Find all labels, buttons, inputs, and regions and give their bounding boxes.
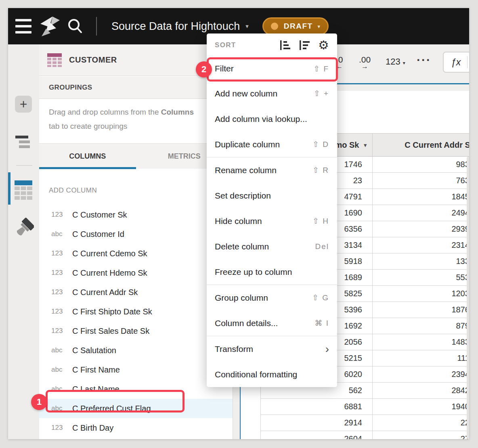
text-type-icon: abc bbox=[51, 346, 67, 354]
draft-label: DRAFT bbox=[284, 22, 313, 31]
menu-item-filter[interactable]: Filter⇧ F bbox=[207, 57, 337, 80]
more-options-icon[interactable]: ··· bbox=[417, 53, 431, 67]
table-element-icon[interactable] bbox=[15, 180, 32, 202]
number-type-icon: 123 bbox=[51, 211, 67, 219]
left-icon-rail: + bbox=[8, 44, 40, 439]
column-context-menu: SORT ⚙ Filter⇧ F Add new column⇧ + Add c… bbox=[207, 33, 337, 387]
formula-bar-divider bbox=[467, 56, 468, 68]
column-header-addr-sk[interactable]: C Current Addr Sk bbox=[372, 134, 469, 156]
formula-bar[interactable]: ƒx [ bbox=[443, 52, 469, 73]
table-row[interactable]: 2914223 bbox=[241, 415, 469, 431]
increase-decimal-button[interactable]: .00→ bbox=[359, 56, 371, 69]
document-title-caret-icon[interactable]: ▾ bbox=[245, 23, 249, 30]
column-list-item[interactable]: 123C Birth Day bbox=[39, 418, 233, 438]
source-title: CUSTOMER bbox=[69, 55, 117, 65]
number-type-icon: 123 bbox=[51, 249, 67, 257]
text-type-icon: abc bbox=[51, 366, 67, 374]
fx-icon: ƒx bbox=[451, 57, 461, 68]
sigma-logo-icon[interactable] bbox=[38, 15, 61, 38]
column-list-item[interactable]: 123C Current Hdemo Sk bbox=[39, 263, 233, 283]
sort-ascending-icon[interactable] bbox=[279, 40, 291, 50]
menu-item-add-column-via-lookup[interactable]: Add column via lookup... bbox=[207, 106, 337, 132]
hamburger-menu-icon[interactable] bbox=[15, 19, 31, 33]
menu-item-set-description[interactable]: Set description bbox=[207, 183, 337, 208]
column-list-item[interactable]: 123C First Sales Date Sk bbox=[39, 321, 233, 341]
column-list-item[interactable]: 123C Current Cdemo Sk bbox=[39, 244, 233, 263]
active-tab-underline bbox=[39, 167, 136, 169]
element-panel: CUSTOMER GROUPINGS Drag and drop columns… bbox=[39, 44, 233, 439]
column-list-item[interactable]: abcC Salutation bbox=[39, 341, 233, 360]
submenu-chevron-icon: › bbox=[325, 345, 329, 353]
column-list-item[interactable]: 123C Current Addr Sk bbox=[39, 283, 233, 302]
page-outline-icon[interactable] bbox=[15, 136, 31, 149]
number-type-icon: 123 bbox=[51, 308, 67, 316]
screenshot-canvas: Source Data for Hightouch ▾ DRAFT ▾ + bbox=[0, 0, 478, 448]
annotation-step2-badge: 2 bbox=[196, 61, 212, 77]
column-list-item[interactable]: abcC Last Name bbox=[39, 379, 233, 399]
column-list: 123C Customer Sk abcC Customer Id 123C C… bbox=[39, 205, 233, 439]
rail-selection-indicator bbox=[8, 172, 10, 205]
menu-item-freeze-up-to-column[interactable]: Freeze up to column bbox=[207, 259, 337, 285]
number-type-icon: 123 bbox=[51, 424, 67, 432]
app-window: Source Data for Hightouch ▾ DRAFT ▾ + bbox=[8, 8, 469, 439]
menu-item-transform[interactable]: Transform› bbox=[207, 336, 337, 362]
sort-label: SORT bbox=[215, 41, 236, 49]
table-row[interactable]: 2604274 bbox=[241, 431, 469, 439]
sort-descending-icon[interactable] bbox=[299, 40, 310, 50]
draft-status-badge[interactable]: DRAFT ▾ bbox=[262, 17, 329, 35]
rail-divider bbox=[16, 165, 32, 166]
annotation-step1-badge: 1 bbox=[31, 394, 47, 410]
menu-item-group-column[interactable]: Group column⇧ G bbox=[207, 285, 337, 310]
table-row[interactable]: 688119400 bbox=[241, 399, 469, 415]
draft-dot-icon bbox=[271, 23, 278, 30]
menu-item-rename-column[interactable]: Rename column⇧ R bbox=[207, 157, 337, 183]
sort-settings-gear-icon[interactable]: ⚙ bbox=[318, 40, 329, 51]
text-type-icon: abc bbox=[51, 385, 67, 393]
column-list-item[interactable]: 123C Customer Sk bbox=[39, 205, 233, 224]
format-paintbrush-icon[interactable] bbox=[14, 216, 34, 242]
draft-caret-icon: ▾ bbox=[318, 23, 321, 29]
groupings-section-header: GROUPINGS bbox=[39, 76, 233, 99]
document-title[interactable]: Source Data for Hightouch bbox=[111, 20, 240, 33]
add-column-label[interactable]: ADD COLUMN bbox=[49, 186, 97, 195]
number-type-icon: 123 bbox=[51, 288, 67, 296]
menu-item-conditional-formatting[interactable]: Conditional formatting bbox=[207, 362, 337, 387]
menu-item-delete-column[interactable]: Delete columnDel bbox=[207, 234, 337, 259]
text-type-icon: abc bbox=[51, 230, 67, 238]
menu-item-hide-column[interactable]: Hide column⇧ H bbox=[207, 208, 337, 234]
text-type-icon: abc bbox=[51, 404, 67, 412]
groupings-label: GROUPINGS bbox=[49, 84, 92, 92]
add-element-button[interactable]: + bbox=[15, 96, 32, 113]
column-list-item-selected[interactable]: abcC Preferred Cust Flag bbox=[39, 399, 233, 418]
sort-row: SORT ⚙ bbox=[207, 33, 337, 57]
panel-tabs: COLUMNS METRICS bbox=[39, 143, 233, 169]
groupings-drag-hint: Drag and drop columns from the Columns t… bbox=[49, 105, 226, 133]
column-list-item[interactable]: abcC Customer Id bbox=[39, 224, 233, 244]
column-list-item[interactable]: abcC First Name bbox=[39, 360, 233, 379]
format-caret-icon: ▾ bbox=[403, 60, 405, 66]
tab-columns[interactable]: COLUMNS bbox=[39, 144, 136, 169]
number-type-icon: 123 bbox=[51, 269, 67, 277]
number-type-icon: 123 bbox=[51, 327, 67, 335]
column-menu-caret-icon[interactable]: ▾ bbox=[364, 142, 367, 148]
menu-item-add-new-column[interactable]: Add new column⇧ + bbox=[207, 81, 337, 106]
source-table-icon bbox=[47, 53, 62, 67]
column-list-item[interactable]: 123C Birth Month bbox=[39, 438, 233, 439]
number-format-dropdown[interactable]: 123▾ bbox=[386, 57, 405, 67]
menu-item-column-details[interactable]: Column details...⌘ I bbox=[207, 310, 337, 336]
topbar-divider bbox=[96, 17, 97, 36]
table-vertical-scrollbar[interactable] bbox=[467, 157, 469, 439]
column-list-item[interactable]: 123C First Shipto Date Sk bbox=[39, 302, 233, 321]
menu-item-duplicate-column[interactable]: Duplicate column⇧ D bbox=[207, 132, 337, 157]
search-icon[interactable] bbox=[66, 17, 84, 35]
